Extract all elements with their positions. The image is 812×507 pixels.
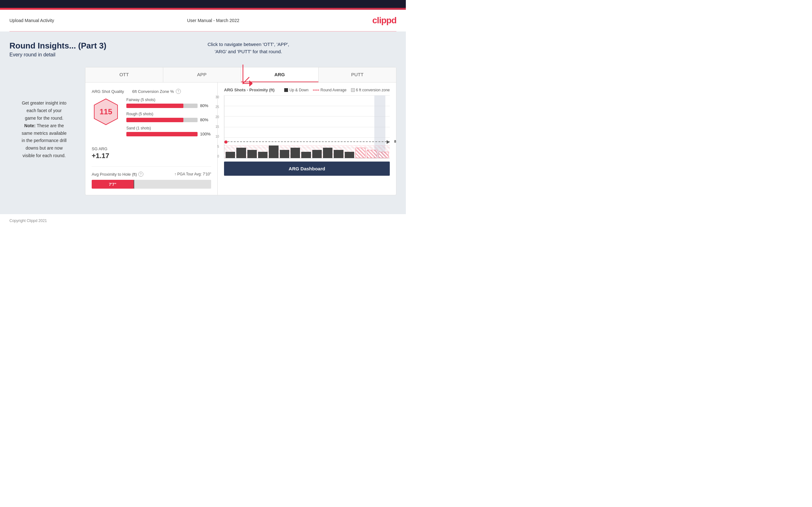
bar-pct-sand: 100% xyxy=(200,132,211,136)
tab-arg[interactable]: ARG xyxy=(241,67,319,82)
card-body: ARG Shot Quality 6ft Conversion Zone % ?… xyxy=(85,82,396,195)
bar-pct-rough: 80% xyxy=(200,117,211,122)
chart-bar-4 xyxy=(258,152,267,158)
proximity-cursor xyxy=(134,180,134,189)
chart-area: 0 5 10 15 20 25 30 xyxy=(224,96,390,158)
y-10: 10 xyxy=(215,135,219,138)
arg-dashboard-button[interactable]: ARG Dashboard xyxy=(224,162,390,176)
proximity-value: 7'7" xyxy=(109,182,116,187)
right-panel: ARG Shots - Proximity (ft) Up & Down Rou… xyxy=(218,82,396,195)
bar-track-fairway xyxy=(126,104,198,108)
bar-label-sand: Sand (1 shots) xyxy=(126,126,211,130)
chart-bar-3 xyxy=(247,150,257,158)
bar-row-sand: Sand (1 shots) 100% xyxy=(126,126,211,136)
logo: clippd xyxy=(372,15,396,25)
main-content: Round Insights... (Part 3) Every round i… xyxy=(0,32,406,214)
y-0: 0 xyxy=(217,155,219,158)
proximity-label-text: Avg Proximity to Hole (ft) xyxy=(92,172,137,177)
chart-bar-15 xyxy=(378,152,389,158)
legend-square-light xyxy=(351,88,355,92)
legend-round-avg-label: Round Average xyxy=(320,88,347,92)
nav-hint: Click to navigate between 'OTT', 'APP','… xyxy=(195,41,302,55)
copyright: Copyright Clippd 2021 xyxy=(9,219,47,223)
pga-avg: ↑ PGA Tour Avg: 7'10" xyxy=(174,172,211,176)
chart-bar-6 xyxy=(280,150,289,158)
legend-dashed-line xyxy=(313,90,319,91)
hexagon: 115 xyxy=(92,98,120,126)
chart-bar-14 xyxy=(367,150,377,158)
chart-bar-12 xyxy=(345,152,354,158)
dashed-line-value: 8 xyxy=(394,139,396,143)
info-icon[interactable]: ? xyxy=(176,89,181,94)
bar-label-rough: Rough (5 shots) xyxy=(126,112,211,116)
chart-bar-13 xyxy=(355,148,365,158)
dashed-line-arrow xyxy=(387,140,390,144)
chart-bar-1 xyxy=(225,152,235,158)
y-axis: 0 5 10 15 20 25 30 xyxy=(215,96,219,158)
bar-label-fairway: Fairway (5 shots) xyxy=(126,98,211,102)
dashed-line-dot xyxy=(224,140,227,144)
conversion-label: 6ft Conversion Zone % xyxy=(132,89,174,94)
sg-section: SG ARG +1.17 xyxy=(92,147,211,160)
chart-bar-5 xyxy=(269,146,278,158)
legend-up-down-label: Up & Down xyxy=(289,88,308,92)
header: Upload Manual Activity User Manual - Mar… xyxy=(0,10,406,31)
shot-quality-label: ARG Shot Quality xyxy=(92,89,124,94)
bars-container: Fairway (5 shots) 80% xyxy=(126,98,211,140)
proximity-bar-track: 7'7" xyxy=(92,180,211,189)
chart-bar-9 xyxy=(312,150,322,158)
bar-row-rough: Rough (5 shots) 80% xyxy=(126,112,211,122)
y-15: 15 xyxy=(215,125,219,128)
legend-conversion: 6 ft conversion zone xyxy=(351,88,390,92)
footer: Copyright Clippd 2021 xyxy=(0,214,406,227)
proximity-info-icon[interactable]: ? xyxy=(138,172,143,177)
legend-square-dark xyxy=(284,88,288,92)
sg-value: +1.17 xyxy=(92,152,211,160)
proximity-section: Avg Proximity to Hole (ft) ? ↑ PGA Tour … xyxy=(92,166,211,189)
chart-legend: Up & Down Round Average 6 ft conversion … xyxy=(284,88,390,92)
bar-fill-fairway xyxy=(126,104,184,108)
bar-pct-fairway: 80% xyxy=(200,103,211,108)
content-area: Get greater insight intoeach facet of yo… xyxy=(9,64,396,195)
left-panel: ARG Shot Quality 6ft Conversion Zone % ?… xyxy=(85,82,218,195)
chart-bar-10 xyxy=(323,148,333,158)
upload-label[interactable]: Upload Manual Activity xyxy=(9,18,54,23)
sg-label: SG ARG xyxy=(92,147,211,151)
chart-bar-7 xyxy=(291,148,300,158)
y-30: 30 xyxy=(215,96,219,99)
chart-bar-11 xyxy=(334,150,343,158)
legend-conversion-label: 6 ft conversion zone xyxy=(356,88,390,92)
chart-bar-2 xyxy=(236,148,246,158)
legend-up-down: Up & Down xyxy=(284,88,308,92)
sidebar-note: Note: xyxy=(24,123,36,128)
y-25: 25 xyxy=(215,105,219,109)
legend-round-avg: Round Average xyxy=(313,88,347,92)
dashed-avg-line: 8 xyxy=(224,142,390,142)
arrow-indicator xyxy=(234,65,252,94)
bar-fill-rough xyxy=(126,118,184,122)
proximity-bar-fill: 7'7" xyxy=(92,180,134,189)
bars-row xyxy=(224,96,390,158)
bar-track-sand xyxy=(126,132,198,136)
svg-marker-0 xyxy=(249,80,252,87)
chart-bar-8 xyxy=(301,152,311,158)
proximity-label: Avg Proximity to Hole (ft) ? xyxy=(92,172,143,177)
proximity-header: Avg Proximity to Hole (ft) ? ↑ PGA Tour … xyxy=(92,172,211,177)
sidebar-description: Get greater insight intoeach facet of yo… xyxy=(9,64,79,195)
bar-fill-sand xyxy=(126,132,198,136)
bar-track-rough xyxy=(126,118,198,122)
y-5: 5 xyxy=(217,145,219,148)
tab-ott[interactable]: OTT xyxy=(85,67,163,82)
sidebar-text: Get greater insight intoeach facet of yo… xyxy=(22,100,66,159)
manual-label: User Manual - March 2022 xyxy=(187,18,240,23)
bar-row-fairway: Fairway (5 shots) 80% xyxy=(126,98,211,108)
tab-putt[interactable]: PUTT xyxy=(318,67,396,82)
y-20: 20 xyxy=(215,115,219,119)
tab-app[interactable]: APP xyxy=(163,67,241,82)
top-bar xyxy=(0,0,406,8)
score-row: 115 Fairway (5 shots) xyxy=(92,98,211,140)
section-label: ARG Shot Quality 6ft Conversion Zone % ? xyxy=(92,89,211,94)
score-value: 115 xyxy=(100,107,112,116)
